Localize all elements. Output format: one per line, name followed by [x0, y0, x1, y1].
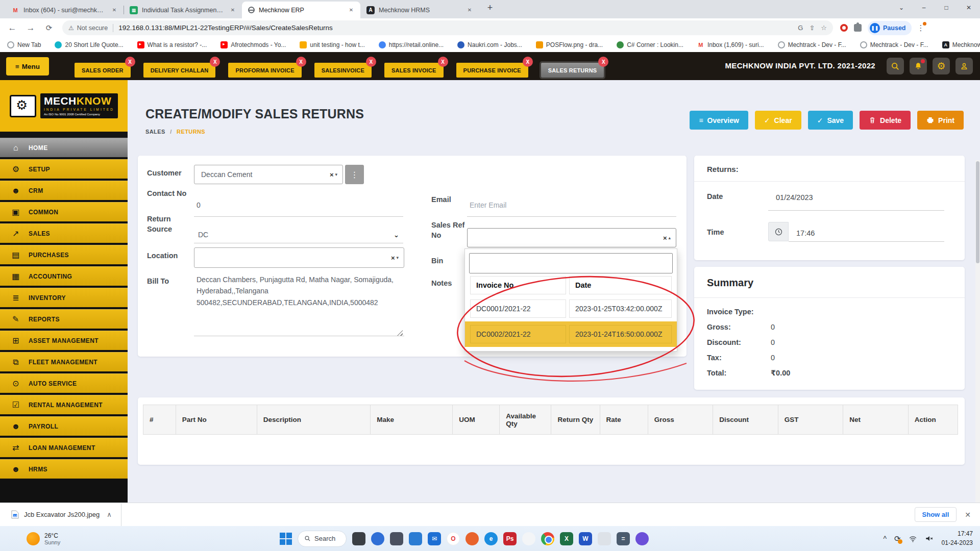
- bookmark-afrotechmods[interactable]: Afrotechmods - Yo...: [220, 41, 286, 48]
- show-all-button[interactable]: Show all: [915, 507, 957, 522]
- close-tab-icon[interactable]: X: [296, 57, 306, 67]
- taskbar-app-icon-chrome[interactable]: [541, 532, 554, 545]
- browser-tab-hrms[interactable]: A Mechknow HRMS ✕: [360, 2, 479, 18]
- taskbar-app-icon-edge[interactable]: e: [484, 532, 498, 545]
- bookmark-quotes[interactable]: 20 Short Life Quote...: [55, 41, 123, 48]
- taskbar-app-icon-notepad[interactable]: [598, 532, 611, 545]
- invoice-option-row-selected[interactable]: DC0002/2021-22 2023-01-24T16:50:00.000Z: [465, 321, 677, 347]
- browser-tab-sheets[interactable]: ▦ Individual Task Assignment - Goo ✕: [124, 2, 242, 18]
- taskbar-app-icon-firefox[interactable]: [465, 532, 479, 545]
- taskbar-app-icon-terminal[interactable]: [352, 532, 365, 545]
- adblock-extension-icon[interactable]: [840, 24, 848, 32]
- taskbar-app-icon-opera[interactable]: O: [447, 532, 460, 545]
- bookmark-csharp-corner[interactable]: C# Corner : Lookin...: [617, 41, 683, 48]
- tab-sales-returns-active[interactable]: SALES RETURNSX: [541, 63, 604, 78]
- invoice-option-row[interactable]: DC0001/2021-22 2023-01-25T03:42:00.000Z: [469, 297, 673, 320]
- tab-delivery-challan[interactable]: DELIVERY CHALLANX: [143, 63, 216, 78]
- sidebar-item-crm[interactable]: ☻CRM: [0, 181, 128, 200]
- browser-menu-icon[interactable]: ⋮: [917, 23, 924, 33]
- weather-widget[interactable]: 26°C Sunny: [27, 532, 60, 545]
- chevron-down-icon[interactable]: ▾: [396, 255, 399, 260]
- taskbar-app-icon-mail[interactable]: ✉: [428, 532, 441, 545]
- customer-options-button[interactable]: ⋮: [345, 165, 364, 184]
- sidebar-item-fleet-management[interactable]: ⧉FLEET MANAGEMENT: [0, 352, 128, 371]
- sidebar-item-reports[interactable]: ✎REPORTS: [0, 309, 128, 329]
- close-icon[interactable]: ✕: [465, 6, 474, 14]
- taskbar-app-icon-explorer[interactable]: [390, 532, 403, 545]
- tab-salesinvoice[interactable]: SALESINVOICEX: [314, 63, 372, 78]
- time-value[interactable]: 17:46: [796, 229, 815, 237]
- sidebar-item-hrms[interactable]: ☻HRMS: [0, 459, 128, 479]
- address-bar[interactable]: ⚠ Not secure 192.168.0.131:88/MIPL21-22T…: [62, 20, 833, 35]
- bookmark-mechtrack-2[interactable]: Mechtrack - Dev - F...: [860, 41, 928, 48]
- chevron-down-icon[interactable]: ▾: [335, 172, 337, 177]
- windows-start-icon[interactable]: [280, 533, 292, 545]
- page-scrollbar[interactable]: [975, 160, 980, 551]
- new-tab-button[interactable]: +: [483, 1, 497, 15]
- return-source-select[interactable]: DC ⌄: [194, 221, 403, 243]
- sidebar-item-asset-management[interactable]: ⊞ASSET MANAGEMENT: [0, 331, 128, 350]
- minimize-button[interactable]: –: [913, 0, 935, 15]
- taskbar-app-icon-ide[interactable]: [635, 532, 649, 545]
- chevron-up-icon[interactable]: ▴: [668, 235, 671, 240]
- bookmark-inbox[interactable]: MInbox (1,609) - suri...: [697, 41, 764, 48]
- scrollbar-thumb[interactable]: [976, 161, 979, 263]
- tab-sales-order[interactable]: SALES ORDERX: [75, 63, 131, 78]
- browser-tab-erp-active[interactable]: Mechknow ERP ✕: [242, 2, 360, 18]
- invoice-date-cell[interactable]: 2023-01-24T16:50:00.000Z: [569, 325, 672, 343]
- clear-selection-icon[interactable]: ×: [663, 234, 667, 242]
- bookmark-mechtrack-1[interactable]: Mechtrack - Dev - F...: [778, 41, 846, 48]
- download-item[interactable]: Jcb Excavator Js200.jpeg ∧: [11, 510, 112, 519]
- clear-selection-icon[interactable]: ×: [391, 254, 395, 262]
- close-icon[interactable]: ✕: [110, 6, 118, 14]
- close-icon[interactable]: ✕: [229, 6, 237, 14]
- overview-button[interactable]: ≡Overview: [690, 111, 748, 130]
- close-tab-icon[interactable]: X: [366, 57, 376, 67]
- delete-button[interactable]: Delete: [860, 111, 911, 130]
- sidebar-item-common[interactable]: ▣COMMON: [0, 202, 128, 221]
- bookmark-star-icon[interactable]: ☆: [821, 24, 827, 32]
- taskbar-app-icon-opera-gx[interactable]: [522, 532, 535, 545]
- invoice-no-cell[interactable]: DC0001/2021-22: [470, 299, 566, 318]
- menu-button[interactable]: ≡ Menu: [6, 57, 49, 76]
- contact-no-input[interactable]: [194, 197, 403, 217]
- search-icon[interactable]: [887, 58, 904, 74]
- clock-icon[interactable]: [768, 222, 789, 241]
- profile-paused-chip[interactable]: ❚❚ Paused: [868, 21, 912, 35]
- translate-icon[interactable]: G: [798, 24, 803, 32]
- bill-to-textarea[interactable]: Deccan Chambers, Punjagutta Rd, Matha Na…: [194, 274, 404, 336]
- dropdown-search-input[interactable]: [469, 253, 673, 273]
- save-button[interactable]: ✓Save: [808, 111, 853, 130]
- extensions-puzzle-icon[interactable]: [854, 24, 862, 32]
- close-download-bar-icon[interactable]: ✕: [965, 511, 971, 519]
- invoice-no-cell[interactable]: DC0002/2021-22: [470, 325, 566, 343]
- customer-select[interactable]: Deccan Cement × ▾: [194, 165, 343, 184]
- taskbar-clock[interactable]: 17:47 01-24-2023: [942, 530, 973, 547]
- close-tab-icon[interactable]: X: [438, 57, 448, 67]
- back-icon[interactable]: ←: [4, 23, 20, 33]
- email-input[interactable]: [467, 197, 676, 217]
- url-text[interactable]: 192.168.0.131:88/MIPL21-22TestingERP/#/S…: [118, 24, 792, 32]
- user-icon[interactable]: [955, 58, 973, 74]
- wifi-icon[interactable]: [909, 535, 917, 542]
- taskbar-search[interactable]: Search: [298, 531, 347, 547]
- chevron-up-icon[interactable]: ∧: [107, 511, 112, 518]
- taskbar-app-icon-excel[interactable]: X: [560, 532, 573, 545]
- tab-search-icon[interactable]: ⌄: [890, 0, 913, 15]
- clear-button[interactable]: ✓Clear: [755, 111, 801, 130]
- sidebar-item-inventory[interactable]: ≣INVENTORY: [0, 288, 128, 307]
- bookmark-posflow[interactable]: POSFlow.png - dra...: [536, 41, 603, 48]
- sidebar-item-sales[interactable]: ↗SALES: [0, 223, 128, 243]
- window-close-button[interactable]: ✕: [958, 0, 980, 15]
- close-tab-icon[interactable]: X: [598, 57, 608, 67]
- taskbar-app-icon-photoshop[interactable]: Ps: [503, 532, 517, 545]
- bell-icon[interactable]: [910, 58, 927, 74]
- tray-chevron-icon[interactable]: ^: [883, 535, 887, 543]
- volume-muted-icon[interactable]: [925, 535, 934, 542]
- sidebar-item-auto-service[interactable]: ⊙AUTO SERVICE: [0, 373, 128, 393]
- bookmark-resistor[interactable]: What is a resistor? -...: [137, 41, 207, 48]
- sidebar-item-purchases[interactable]: ▤PURCHASES: [0, 245, 128, 264]
- taskbar-app-icon-word[interactable]: W: [579, 532, 592, 545]
- gear-icon[interactable]: ⚙: [933, 58, 950, 74]
- invoice-date-cell[interactable]: 2023-01-25T03:42:00.000Z: [569, 299, 672, 318]
